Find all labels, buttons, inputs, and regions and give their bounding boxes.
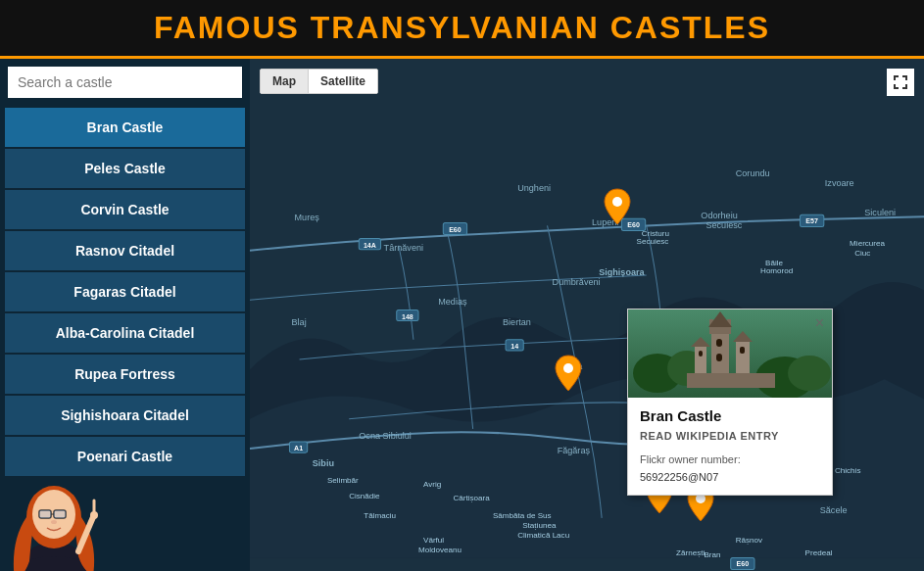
fullscreen-button[interactable]	[887, 69, 914, 96]
svg-text:E60: E60	[449, 226, 462, 234]
svg-text:Cisnădie: Cisnădie	[349, 492, 380, 500]
svg-rect-93	[699, 351, 703, 357]
castle-list-item-sighishoara[interactable]: Sighishoara Citadel	[5, 396, 245, 435]
app: Famous Transylvanian Castles Bran Castle…	[0, 0, 924, 571]
svg-rect-94	[740, 347, 745, 354]
popup-flickr-value: 56922256@N07	[640, 471, 718, 483]
sighisoara-pin[interactable]	[603, 187, 632, 230]
svg-text:148: 148	[402, 313, 413, 321]
svg-point-79	[788, 356, 831, 391]
map-view-button[interactable]: Map	[261, 70, 309, 93]
svg-text:Miercurea: Miercurea	[850, 239, 885, 248]
svg-text:Mureș: Mureș	[295, 213, 320, 222]
castle-list-item-rupea[interactable]: Rupea Fortress	[5, 355, 245, 394]
search-input[interactable]	[8, 67, 242, 98]
svg-text:Râșnov: Râșnov	[736, 536, 763, 545]
map-controls: Map Satellite	[260, 69, 378, 94]
svg-text:14: 14	[511, 343, 518, 351]
svg-text:Predeal: Predeal	[805, 548, 833, 557]
castle-list-item-fagaras[interactable]: Fagaras Citadel	[5, 272, 245, 311]
svg-text:Târnăveni: Târnăveni	[384, 243, 423, 253]
sidebar: Bran CastlePeles CastleCorvin CastleRasn…	[0, 59, 250, 571]
map-area: E60 E60 E57 14A 148 14 A1	[250, 59, 924, 571]
svg-text:E60: E60	[737, 560, 750, 568]
svg-text:Odorheiu: Odorheiu	[701, 211, 737, 220]
svg-text:Izvoare: Izvoare	[825, 178, 854, 188]
svg-text:Blaj: Blaj	[291, 317, 306, 327]
popup-castle-image	[628, 309, 832, 398]
svg-text:Tălmaciu: Tălmaciu	[364, 511, 396, 520]
svg-text:Săcele: Săcele	[820, 505, 848, 515]
svg-text:Biertan: Biertan	[503, 317, 531, 327]
svg-text:A1: A1	[294, 445, 303, 452]
popup-flickr-label: Flickr owner number:	[640, 453, 741, 465]
popup-body: Bran Castle READ WIKIPEDIA ENTRY Flickr …	[628, 398, 832, 495]
svg-rect-92	[716, 354, 722, 361]
svg-text:Ocna Sibiului: Ocna Sibiului	[359, 431, 412, 441]
svg-text:Sâmbăta de Sus: Sâmbăta de Sus	[493, 511, 552, 520]
svg-text:Ciuc: Ciuc	[854, 249, 870, 258]
svg-text:Corundu: Corundu	[736, 168, 770, 178]
castle-list-item-rasnov[interactable]: Rasnov Citadel	[5, 231, 245, 270]
svg-text:Sighișoara: Sighișoara	[599, 267, 645, 277]
svg-text:Avrig: Avrig	[423, 480, 441, 489]
svg-text:Siculeni: Siculeni	[864, 208, 896, 217]
svg-text:Dumbrăveni: Dumbrăveni	[553, 277, 601, 287]
svg-text:Mediaș: Mediaș	[438, 297, 467, 307]
svg-text:Ungheni: Ungheni	[517, 183, 551, 193]
svg-text:Homorod: Homorod	[760, 266, 793, 275]
svg-text:Moldoveanu: Moldoveanu	[418, 546, 462, 554]
popup-wikipedia-link[interactable]: READ WIKIPEDIA ENTRY	[640, 430, 820, 442]
svg-text:Făgăraș: Făgăraș	[558, 446, 591, 455]
svg-text:Secuiesc: Secuiesc	[637, 237, 669, 246]
popup-flickr-info: Flickr owner number: 56922256@N07	[640, 450, 820, 485]
svg-text:Bran: Bran	[704, 550, 720, 559]
svg-text:E57: E57	[805, 217, 818, 225]
popup-close-button[interactable]: ×	[815, 314, 824, 332]
castle-list-item-poenari[interactable]: Poenari Castle	[5, 437, 245, 476]
main-content: Bran CastlePeles CastleCorvin CastleRasn…	[0, 59, 924, 571]
svg-rect-91	[716, 339, 722, 347]
svg-point-72	[563, 363, 573, 373]
castle-list: Bran CastlePeles CastleCorvin CastleRasn…	[0, 106, 250, 571]
search-container	[0, 59, 250, 106]
header: Famous Transylvanian Castles	[0, 0, 924, 59]
svg-text:Sibiu: Sibiu	[313, 458, 334, 468]
castle-list-item-peles[interactable]: Peles Castle	[5, 149, 245, 188]
satellite-view-button[interactable]: Satellite	[309, 70, 377, 93]
popup-castle-title: Bran Castle	[640, 407, 820, 424]
castle-list-item-bran[interactable]: Bran Castle	[5, 108, 245, 147]
svg-point-71	[612, 197, 622, 207]
fagaras-pin[interactable]	[554, 354, 583, 397]
svg-text:Vârful: Vârful	[423, 536, 444, 545]
map-background: E60 E60 E57 14A 148 14 A1	[250, 59, 924, 571]
svg-text:Cârtișoara: Cârtișoara	[453, 494, 490, 502]
svg-rect-95	[687, 373, 775, 388]
info-popup: ×	[627, 309, 833, 496]
svg-text:Climatică Lacu: Climatică Lacu	[517, 531, 569, 540]
page-title: Famous Transylvanian Castles	[0, 10, 924, 46]
svg-text:Selimbăr: Selimbăr	[327, 477, 359, 486]
castle-list-item-alba[interactable]: Alba-Carolina Citadel	[5, 313, 245, 353]
svg-text:Secuiesc: Secuiesc	[705, 220, 742, 230]
svg-text:Stațiunea: Stațiunea	[522, 521, 557, 530]
svg-text:Chichis: Chichis	[835, 466, 861, 475]
castle-list-item-corvin[interactable]: Corvin Castle	[5, 190, 245, 229]
svg-text:Zărnești: Zărnești	[676, 548, 705, 557]
svg-text:14A: 14A	[364, 242, 376, 250]
